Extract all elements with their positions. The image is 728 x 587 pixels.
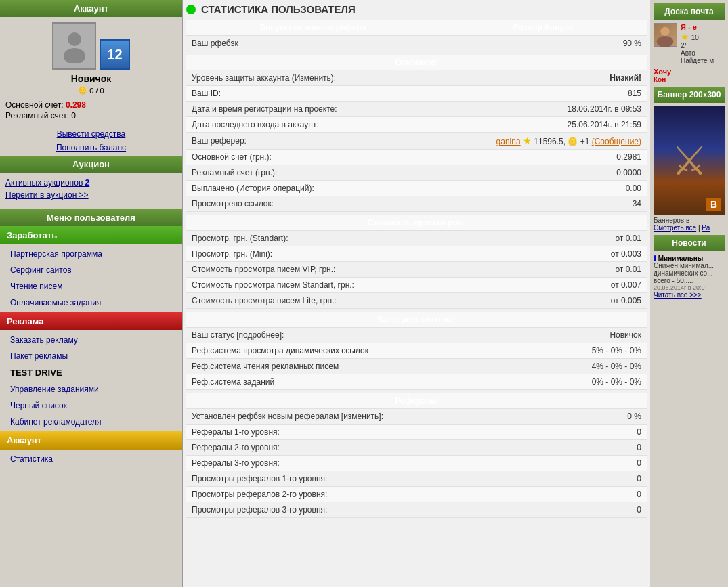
user-card-1: Я - е ★ 10 2/ Авто Найдете м xyxy=(654,23,725,64)
topup-link[interactable]: Пополнить баланс xyxy=(0,141,182,154)
vip-value: от 0.01 xyxy=(440,262,647,278)
sidebar-item-ad-package[interactable]: Пакет рекламы xyxy=(0,348,182,364)
level-badge: 12 xyxy=(100,39,130,70)
user1-name: Я - е xyxy=(681,23,725,31)
earn-button[interactable]: Заработать xyxy=(0,226,182,244)
ad-acc-value: 0.0000 xyxy=(440,165,647,181)
referrals-section-header: Рефералы xyxy=(186,393,647,409)
id-label: Ваш ID: xyxy=(186,86,440,102)
sidebar-item-surfing[interactable]: Серфинг сайтов xyxy=(0,262,182,278)
main-acc-label: Основной счет (грн.): xyxy=(186,150,440,165)
reg-date-label: Дата и время регистрации на проекте: xyxy=(186,102,440,117)
banner-links: Смотреть все | Ра xyxy=(654,224,725,232)
ad-acc-label: Рекламный счет (грн.): xyxy=(186,165,440,181)
avatar-row: 12 xyxy=(5,22,177,70)
ref-tasks-label: Реф.система заданий xyxy=(186,374,440,390)
banner-link-ra[interactable]: Ра xyxy=(702,224,710,232)
active-auctions-count: 2 xyxy=(85,178,90,188)
rank-label: Новичок xyxy=(5,73,177,84)
ref-views-l2-value: 0 xyxy=(440,487,647,502)
table-row: Рефералы 2-го уровня: 0 xyxy=(186,440,647,456)
svg-point-3 xyxy=(657,36,674,47)
table-row: Просмотр, грн. (Standart): от 0.01 xyxy=(186,231,647,246)
news-body: Снижен минимал... динамических со... все… xyxy=(654,262,725,284)
avatar xyxy=(52,22,96,70)
table-row: Просмотр, грн. (Mini): от 0.003 xyxy=(186,246,647,262)
bonus-header-label: Бонусы от вашего рефера xyxy=(186,20,440,36)
standart-label: Просмотр, грн. (Standart): xyxy=(186,231,440,246)
lite-label: Стоимость просмотра писем Lite, грн.: xyxy=(186,293,440,309)
lite-value: от 0.005 xyxy=(440,293,647,309)
auction-section: Аукцион Активных аукционов 2 Перейти в а… xyxy=(0,156,182,208)
sidebar-item-tasks[interactable]: Оплачиваемые задания xyxy=(0,295,182,311)
standart-letters-value: от 0.007 xyxy=(440,278,647,293)
ad-balance-row: Рекламный счет: 0 xyxy=(5,111,177,121)
reg-date-value: 18.06.2014г. в 09:53 xyxy=(440,102,647,117)
go-auction-link[interactable]: Перейти в аукцион >> xyxy=(5,190,177,200)
ref-section-header: Ваша реф система: xyxy=(186,312,647,328)
views-table: Стоимость просмотров: Просмотр, грн. (St… xyxy=(186,215,647,309)
user-card-2: Хочу Кон xyxy=(654,68,725,83)
status-dot xyxy=(186,5,196,14)
refback-value: 0 % xyxy=(440,409,647,425)
banner-link-all[interactable]: Смотреть все xyxy=(654,224,696,232)
sidebar-item-partner[interactable]: Партнерская программа xyxy=(0,246,182,262)
table-row: Реф.система чтения рекламных писем 4% - … xyxy=(186,359,647,374)
banner-text: В xyxy=(706,198,721,211)
ads-button[interactable]: Реклама xyxy=(0,312,182,330)
news-read-link[interactable]: Читать все >>> xyxy=(654,291,702,299)
account-button[interactable]: Аккаунт xyxy=(0,431,182,450)
table-row: Рекламный счет (грн.): 0.0000 xyxy=(186,165,647,181)
withdraw-link[interactable]: Вывести средства xyxy=(0,127,182,141)
sidebar-item-letters[interactable]: Чтение писем xyxy=(0,278,182,295)
mini-label: Просмотр, грн. (Mini): xyxy=(186,246,440,262)
paid-label: Выплачено (История операций): xyxy=(186,181,440,196)
news-header: Новости xyxy=(654,235,725,251)
ref-tasks-value: 0% - 0% - 0% xyxy=(440,374,647,390)
svg-point-1 xyxy=(64,48,85,63)
active-auctions-row: Активных аукционов 2 xyxy=(5,178,177,188)
sidebar-item-stats[interactable]: Статистика xyxy=(0,451,182,467)
account-block: 12 Новичок 🪙 0 / 0 Основной счет: 0.298 … xyxy=(0,17,182,127)
sidebar: Аккаунт 12 Новичок 🪙 0 / 0 xyxy=(0,0,183,587)
table-row: Уровень защиты аккаунта (Изменить): Низк… xyxy=(186,70,647,86)
table-row: Просмотры рефералов 1-го уровня: 0 xyxy=(186,471,647,487)
menu-section: Меню пользователя Заработать Партнерская… xyxy=(0,209,182,467)
table-row: Рефералы 3-го уровня: 0 xyxy=(186,456,647,471)
sidebar-item-order-ads[interactable]: Заказать рекламу xyxy=(0,332,182,348)
banner-header: Баннер 200x300 xyxy=(654,87,725,103)
referrer-msg-link[interactable]: (Сообщение) xyxy=(592,137,641,146)
sidebar-item-advertiser[interactable]: Кабинет рекламодателя xyxy=(0,414,182,430)
table-row: Реф.система просмотра динамических ссыло… xyxy=(186,343,647,359)
sidebar-item-manage-tasks[interactable]: Управление заданиями xyxy=(0,381,182,397)
active-auctions-link[interactable]: Активных аукционов 2 xyxy=(5,178,177,188)
menu-header: Меню пользователя xyxy=(0,209,182,226)
table-row: Дата и время регистрации на проекте: 18.… xyxy=(186,102,647,117)
ref-l1-label: Рефералы 1-го уровня: xyxy=(186,425,440,440)
referrer-name-link[interactable]: ganina xyxy=(496,137,521,146)
user-card-text-1: Я - е ★ 10 2/ Авто Найдете м xyxy=(681,23,725,64)
stars-value: 0 / 0 xyxy=(89,87,104,95)
table-row: Установлен рефбэк новым рефералам [измен… xyxy=(186,409,647,425)
refback-label: Установлен рефбэк новым рефералам [измен… xyxy=(186,409,440,425)
ref-l2-value: 0 xyxy=(440,440,647,456)
ref-l2-label: Рефералы 2-го уровня: xyxy=(186,440,440,456)
news-date: 20.06.2014г в 20:0 xyxy=(654,284,725,291)
table-row: Ваш реферер: ganina ★ 11596.5, 🪙 +1 (Соо… xyxy=(186,133,647,150)
banner-image: В xyxy=(654,106,725,215)
ref-letters-value: 4% - 0% - 0% xyxy=(440,359,647,374)
ref-l1-value: 0 xyxy=(440,425,647,440)
ref-views-l2-label: Просмотры рефералов 2-го уровня: xyxy=(186,487,440,502)
page-title-text: СТАТИСТИКА ПОЛЬЗОВАТЕЛЯ xyxy=(201,3,356,15)
user1-score: ★ 10 xyxy=(681,31,725,42)
views-count-label: Просмотрено ссылок: xyxy=(186,196,440,212)
standart-value: от 0.01 xyxy=(440,231,647,246)
sidebar-item-blacklist[interactable]: Черный список xyxy=(0,397,182,414)
svg-point-0 xyxy=(68,32,81,46)
paid-value: 0.00 xyxy=(440,181,647,196)
balance-label: Основной счет: xyxy=(5,100,64,110)
auction-header: Аукцион xyxy=(0,156,182,173)
active-auctions-label: Активных аукционов xyxy=(5,178,83,188)
main-section-header: Основное: xyxy=(186,55,647,70)
account-header: Аккаунт xyxy=(0,0,182,17)
